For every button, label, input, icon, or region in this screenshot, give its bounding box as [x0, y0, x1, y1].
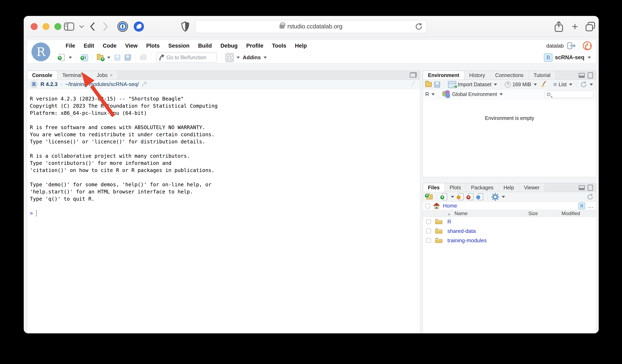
print-icon[interactable] [139, 54, 147, 62]
new-project-icon[interactable]: R [80, 54, 89, 62]
column-header-modified[interactable]: Modified [559, 210, 596, 217]
tab-jobs[interactable]: Jobs [92, 71, 118, 79]
save-all-icon[interactable] [123, 54, 132, 62]
language-selector[interactable]: R [425, 91, 429, 97]
tab-files[interactable]: Files [423, 183, 445, 192]
clear-objects-icon[interactable] [539, 80, 547, 89]
sign-out-icon[interactable] [567, 42, 576, 49]
new-tab-button[interactable] [570, 20, 580, 33]
maximize-pane-icon[interactable] [588, 185, 593, 191]
rename-icon[interactable] [476, 193, 484, 201]
panes-dropdown-caret[interactable] [236, 56, 240, 59]
environment-search-input[interactable] [552, 91, 588, 97]
new-file-dropdown-caret[interactable] [69, 56, 72, 59]
menu-plots[interactable]: Plots [142, 41, 164, 51]
select-all-checkbox[interactable] [425, 203, 430, 208]
menu-build[interactable]: Build [194, 41, 216, 51]
list-view-caret[interactable] [569, 84, 572, 86]
console-output[interactable]: R version 4.2.3 (2023-03-15) -- "Shortst… [27, 89, 420, 217]
row-checkbox[interactable] [426, 238, 431, 243]
load-workspace-icon[interactable] [425, 80, 433, 89]
zoom-window-button[interactable] [54, 23, 61, 30]
more-options-gear-icon[interactable] [491, 193, 499, 201]
addins-button[interactable]: Addins [243, 54, 261, 61]
password-manager-extension-icon[interactable] [117, 21, 128, 32]
tab-viewer[interactable]: Viewer [519, 183, 545, 192]
goto-file-search[interactable] [156, 53, 217, 63]
quit-session-button[interactable] [583, 41, 592, 50]
tab-tutorial[interactable]: Tutorial [529, 71, 556, 79]
minimize-pane-icon[interactable] [579, 185, 585, 190]
new-folder-icon[interactable] [425, 193, 433, 201]
r-home-icon[interactable]: R [578, 202, 585, 209]
close-window-button[interactable] [31, 23, 38, 30]
panes-layout-icon[interactable] [226, 53, 234, 62]
scope-selector[interactable]: Global Environment [452, 91, 497, 97]
menu-edit[interactable]: Edit [79, 41, 98, 51]
memory-usage-label[interactable]: 169 MiB [512, 81, 531, 88]
tab-help[interactable]: Help [499, 183, 519, 192]
share-button[interactable] [554, 21, 564, 32]
delete-icon[interactable] [466, 193, 475, 201]
sidebar-toggle-icon[interactable] [64, 22, 75, 31]
new-file-icon[interactable] [58, 54, 66, 62]
column-header-name[interactable]: Name [445, 210, 526, 217]
row-checkbox[interactable] [426, 229, 431, 234]
extension-icon[interactable] [133, 21, 145, 33]
restore-pane-icon[interactable] [410, 72, 417, 78]
new-blank-file-caret[interactable] [451, 196, 454, 198]
close-terminal-icon[interactable] [84, 72, 87, 78]
table-row[interactable]: shared-data [423, 226, 596, 236]
tab-plots[interactable]: Plots [445, 183, 466, 192]
save-icon[interactable] [113, 54, 121, 62]
refresh-caret[interactable] [590, 84, 593, 86]
tab-terminal[interactable]: Terminal [58, 71, 92, 79]
tab-overview-button[interactable] [585, 21, 596, 32]
scope-caret[interactable] [500, 93, 503, 95]
breadcrumb-home-link[interactable]: Home [443, 203, 457, 209]
menu-session[interactable]: Session [164, 41, 194, 51]
tab-environment[interactable]: Environment [423, 71, 464, 79]
open-file-icon[interactable] [96, 54, 104, 62]
forward-button[interactable] [102, 21, 109, 32]
minimize-pane-icon[interactable] [579, 73, 585, 78]
save-workspace-icon[interactable] [434, 80, 441, 89]
file-name-link[interactable]: R [445, 218, 451, 225]
more-options-caret[interactable] [502, 196, 505, 198]
tab-packages[interactable]: Packages [466, 183, 499, 192]
console-prompt[interactable]: > [30, 210, 420, 217]
menu-code[interactable]: Code [98, 41, 121, 51]
menu-help[interactable]: Help [291, 41, 311, 51]
tab-console[interactable]: Console [27, 71, 58, 79]
clear-console-icon[interactable] [408, 80, 417, 89]
column-header-size[interactable]: Size [526, 210, 559, 217]
environment-search[interactable] [545, 91, 594, 98]
privacy-shield-icon[interactable] [181, 21, 189, 32]
file-name-link[interactable]: shared-data [445, 228, 476, 234]
menu-file[interactable]: File [61, 41, 79, 51]
upload-icon[interactable] [457, 193, 465, 201]
address-bar[interactable]: rstudio.ccdatalab.org [195, 20, 427, 33]
project-selector[interactable]: R scRNA-seq [544, 53, 592, 62]
file-name-link[interactable]: training-modules [445, 237, 487, 244]
import-dataset-caret[interactable] [494, 84, 497, 86]
menu-profile[interactable]: Profile [242, 41, 268, 51]
row-checkbox[interactable] [426, 219, 431, 224]
reload-button[interactable] [415, 22, 423, 31]
refresh-environment-icon[interactable] [580, 81, 587, 88]
refresh-files-icon[interactable] [586, 193, 594, 200]
import-dataset-button[interactable]: Import Dataset [458, 81, 491, 88]
open-directory-icon[interactable] [142, 81, 149, 88]
memory-usage-caret[interactable] [534, 84, 537, 86]
tab-connections[interactable]: Connections [490, 71, 529, 79]
path-ellipsis-button[interactable] [588, 203, 594, 209]
close-jobs-icon[interactable] [110, 72, 113, 78]
table-row[interactable]: training-modules [423, 236, 596, 245]
menu-debug[interactable]: Debug [216, 41, 242, 51]
goto-file-input[interactable] [166, 55, 212, 60]
list-view-button[interactable]: List [559, 81, 567, 88]
maximize-pane-icon[interactable] [588, 72, 593, 78]
addins-dropdown-caret[interactable] [264, 56, 267, 59]
new-blank-file-icon[interactable] [440, 193, 448, 201]
back-button[interactable] [89, 21, 96, 32]
